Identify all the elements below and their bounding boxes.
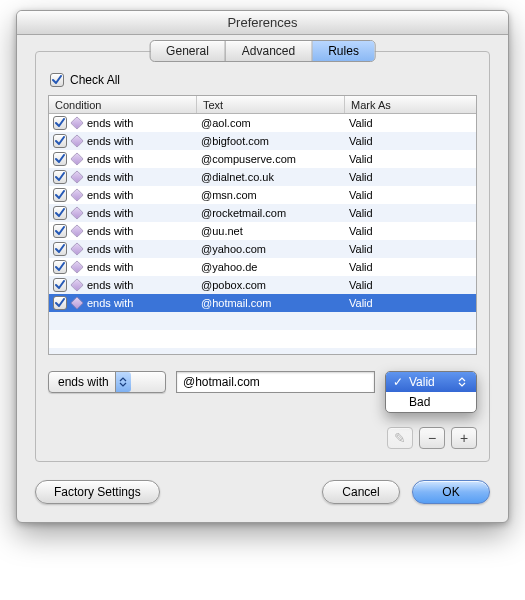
row-condition-text: ends with <box>87 153 133 165</box>
row-condition-text: ends with <box>87 171 133 183</box>
cell-condition: ends with <box>49 224 197 238</box>
column-text[interactable]: Text <box>197 96 345 113</box>
row-checkbox[interactable] <box>53 134 67 148</box>
row-condition-text: ends with <box>87 243 133 255</box>
plus-icon: + <box>460 430 468 446</box>
condition-popup[interactable]: ends with <box>48 371 166 393</box>
table-row-empty <box>49 330 476 348</box>
cell-condition: ends with <box>49 188 197 202</box>
cell-condition: ends with <box>49 152 197 166</box>
preferences-window: Preferences GeneralAdvancedRules Check A… <box>16 10 509 523</box>
rule-icon <box>70 260 84 274</box>
mark-option-label: Valid <box>409 375 435 389</box>
row-checkbox[interactable] <box>53 116 67 130</box>
add-rule-button[interactable]: + <box>451 427 477 449</box>
tab-bar: GeneralAdvancedRules <box>149 40 376 62</box>
row-checkbox[interactable] <box>53 170 67 184</box>
cell-condition: ends with <box>49 260 197 274</box>
mark-option-valid[interactable]: ✓Valid <box>386 372 476 392</box>
row-checkbox[interactable] <box>53 260 67 274</box>
cell-mark: Valid <box>345 261 476 273</box>
table-row[interactable]: ends with@hotmail.comValid <box>49 294 476 312</box>
table-row[interactable]: ends with@rocketmail.comValid <box>49 204 476 222</box>
cell-mark: Valid <box>345 117 476 129</box>
cell-text: @uu.net <box>197 225 345 237</box>
cell-condition: ends with <box>49 206 197 220</box>
check-all-label: Check All <box>70 73 120 87</box>
cancel-button[interactable]: Cancel <box>322 480 400 504</box>
cell-mark: Valid <box>345 225 476 237</box>
popup-arrows-icon <box>456 377 468 387</box>
rule-icon <box>70 206 84 220</box>
cell-condition: ends with <box>49 296 197 310</box>
cell-mark: Valid <box>345 189 476 201</box>
cell-mark: Valid <box>345 171 476 183</box>
condition-popup-value: ends with <box>58 375 109 389</box>
cell-text: @yahoo.de <box>197 261 345 273</box>
table-row[interactable]: ends with@uu.netValid <box>49 222 476 240</box>
rule-icon <box>70 116 84 130</box>
tab-general[interactable]: General <box>150 41 226 61</box>
cell-mark: Valid <box>345 243 476 255</box>
row-checkbox[interactable] <box>53 278 67 292</box>
rule-editor: ends with ✓ValidBad <box>48 371 477 393</box>
mark-option-bad[interactable]: Bad <box>386 392 476 412</box>
rule-icon <box>70 134 84 148</box>
row-checkbox[interactable] <box>53 296 67 310</box>
table-header: Condition Text Mark As <box>49 96 476 114</box>
table-row[interactable]: ends with@pobox.comValid <box>49 276 476 294</box>
row-condition-text: ends with <box>87 279 133 291</box>
factory-settings-button[interactable]: Factory Settings <box>35 480 160 504</box>
row-condition-text: ends with <box>87 261 133 273</box>
popup-arrows-icon <box>115 372 131 392</box>
table-row[interactable]: ends with@yahoo.comValid <box>49 240 476 258</box>
tab-advanced[interactable]: Advanced <box>226 41 312 61</box>
row-checkbox[interactable] <box>53 188 67 202</box>
row-condition-text: ends with <box>87 225 133 237</box>
rules-table: Condition Text Mark As ends with@aol.com… <box>48 95 477 355</box>
check-all-checkbox[interactable] <box>50 73 64 87</box>
table-body: ends with@aol.comValidends with@bigfoot.… <box>49 114 476 355</box>
table-row[interactable]: ends with@aol.comValid <box>49 114 476 132</box>
window-title: Preferences <box>17 11 508 35</box>
cell-text: @dialnet.co.uk <box>197 171 345 183</box>
rule-icon <box>70 278 84 292</box>
row-checkbox[interactable] <box>53 224 67 238</box>
rule-text-field[interactable] <box>176 371 375 393</box>
row-checkbox[interactable] <box>53 242 67 256</box>
rule-action-buttons: ✎ − + <box>48 427 477 449</box>
mark-popup-menu: ✓ValidBad <box>385 371 477 413</box>
cell-condition: ends with <box>49 242 197 256</box>
rule-icon <box>70 188 84 202</box>
rule-icon <box>70 170 84 184</box>
table-row-empty <box>49 312 476 330</box>
row-condition-text: ends with <box>87 297 133 309</box>
column-condition[interactable]: Condition <box>49 96 197 113</box>
tab-rules[interactable]: Rules <box>312 41 375 61</box>
cell-condition: ends with <box>49 134 197 148</box>
table-row[interactable]: ends with@dialnet.co.ukValid <box>49 168 476 186</box>
cell-text: @hotmail.com <box>197 297 345 309</box>
column-mark[interactable]: Mark As <box>345 96 476 113</box>
remove-rule-button[interactable]: − <box>419 427 445 449</box>
row-condition-text: ends with <box>87 135 133 147</box>
table-row[interactable]: ends with@yahoo.deValid <box>49 258 476 276</box>
row-checkbox[interactable] <box>53 206 67 220</box>
row-condition-text: ends with <box>87 117 133 129</box>
table-row[interactable]: ends with@msn.comValid <box>49 186 476 204</box>
cell-mark: Valid <box>345 297 476 309</box>
rules-panel: GeneralAdvancedRules Check All Condition… <box>35 51 490 462</box>
ok-button[interactable]: OK <box>412 480 490 504</box>
check-all-row: Check All <box>50 73 477 87</box>
row-checkbox[interactable] <box>53 152 67 166</box>
cell-text: @aol.com <box>197 117 345 129</box>
edit-rule-button[interactable]: ✎ <box>387 427 413 449</box>
table-row[interactable]: ends with@bigfoot.comValid <box>49 132 476 150</box>
cell-condition: ends with <box>49 278 197 292</box>
minus-icon: − <box>428 430 436 446</box>
cell-text: @pobox.com <box>197 279 345 291</box>
rule-icon <box>70 224 84 238</box>
cell-mark: Valid <box>345 153 476 165</box>
checkmark-icon: ✓ <box>392 375 404 389</box>
table-row[interactable]: ends with@compuserve.comValid <box>49 150 476 168</box>
